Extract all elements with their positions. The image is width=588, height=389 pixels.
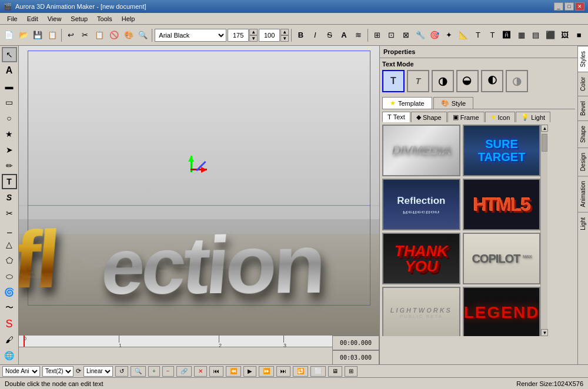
add-key-btn[interactable]: + <box>148 366 160 377</box>
style-thumb-thankyou[interactable]: THANKYOU <box>382 233 460 284</box>
side-tab-light[interactable]: Light <box>578 212 588 235</box>
canvas-3d[interactable]: fl ection fl ection <box>19 46 379 335</box>
obj-btn2[interactable]: ⊡ <box>385 28 398 42</box>
side-tab-bevel[interactable]: Bevel <box>578 96 588 120</box>
text-mode-btn-1[interactable]: T <box>382 70 405 92</box>
save-button[interactable]: 💾 <box>31 28 45 42</box>
rounded-rect-tool[interactable]: ▭ <box>2 95 17 110</box>
font-pct-down[interactable]: ▼ <box>280 35 289 42</box>
italic-button[interactable]: I <box>309 28 322 42</box>
obj-btn3[interactable]: ⊠ <box>399 28 413 42</box>
pencil-tool[interactable]: ✏ <box>2 158 17 173</box>
menu-edit[interactable]: Edit <box>22 14 43 24</box>
menu-setup[interactable]: Setup <box>66 14 92 24</box>
obj-btn6[interactable]: ✦ <box>443 28 456 42</box>
star-tool[interactable]: ★ <box>2 126 17 142</box>
tab-template[interactable]: ★ Template <box>382 97 432 109</box>
color-fill-tool[interactable]: S <box>2 316 17 331</box>
text-mode-btn-2[interactable]: T <box>407 70 429 92</box>
font-size-up[interactable]: ▲ <box>249 29 258 35</box>
bold-button[interactable]: B <box>294 28 308 42</box>
obj-btn11[interactable]: ▦ <box>514 28 528 42</box>
window-controls[interactable]: _ □ ✕ <box>554 2 584 11</box>
nav-tool[interactable]: 🌐 <box>2 348 17 363</box>
font-select[interactable]: Arial Black Arial Times New Roman <box>155 29 226 42</box>
font-size-down[interactable]: ▼ <box>249 35 258 42</box>
obj-btn10[interactable]: 🅰 <box>500 28 514 42</box>
warp-tool[interactable]: 〜 <box>2 300 17 316</box>
font-pct-up[interactable]: ▲ <box>280 29 289 35</box>
obj-btn4[interactable]: 🔧 <box>413 28 427 42</box>
strikethrough-button[interactable]: S <box>323 28 336 42</box>
path-tool[interactable]: ⎯ <box>2 221 17 236</box>
text-tool-2[interactable]: T <box>2 174 17 189</box>
canvas-area[interactable]: fl ection fl ection <box>19 46 379 364</box>
obj-btn1[interactable]: ⊞ <box>370 28 384 42</box>
scroll-up-button[interactable]: ▲ <box>541 125 548 132</box>
text-mode-btn-6[interactable]: ◑ <box>506 70 528 92</box>
text-tool[interactable]: A <box>2 63 17 78</box>
style-thumb-copilot[interactable]: COPILOT MAX <box>463 233 541 284</box>
text-mode-btn-4[interactable]: ◑ <box>456 70 479 92</box>
minimize-button[interactable]: _ <box>554 2 563 11</box>
sub-tab-light[interactable]: 💡 Light <box>516 112 550 122</box>
side-tab-design[interactable]: Design <box>578 147 588 176</box>
ellipse-tool[interactable]: ⬭ <box>2 269 17 284</box>
paint-tool[interactable]: 🖌 <box>2 332 17 347</box>
delete-button[interactable]: 🚫 <box>108 28 121 42</box>
scissors-tool[interactable]: ✂ <box>2 206 17 221</box>
timeline-bar[interactable] <box>19 347 379 364</box>
menu-view[interactable]: View <box>43 14 66 24</box>
link-btn[interactable]: 🔗 <box>176 366 192 377</box>
obj-btn13[interactable]: ⬛ <box>543 28 557 42</box>
open-button[interactable]: 📂 <box>17 28 31 42</box>
style-thumb-divmedia[interactable]: DIVMEDIA <box>382 125 460 176</box>
obj-btn12[interactable]: ▤ <box>529 28 543 42</box>
view-btn-1[interactable]: ⬜ <box>310 366 326 377</box>
view-btn-2[interactable]: 🖥 <box>328 366 342 377</box>
style-thumb-sure[interactable]: SURETARGET <box>463 125 541 176</box>
obj-btn9[interactable]: T <box>486 28 499 42</box>
cut-button[interactable]: ✂ <box>79 28 92 42</box>
circle-tool[interactable]: ○ <box>2 110 17 126</box>
text-select[interactable]: Text(2) <box>42 366 74 377</box>
close-button[interactable]: ✕ <box>575 2 584 11</box>
loop-btn[interactable]: 🔁 <box>293 366 308 377</box>
node-ani-select[interactable]: Node Ani <box>2 366 40 377</box>
search-btn[interactable]: 🔍 <box>131 366 146 377</box>
menu-tools[interactable]: Tools <box>92 14 117 24</box>
play-btn[interactable]: ▶ <box>243 366 256 377</box>
text-mode-btn-3[interactable]: ◑ <box>432 70 454 92</box>
sub-tab-text[interactable]: T Text <box>382 112 410 122</box>
style-scrollbar[interactable]: ▲ ▼ <box>540 125 547 336</box>
refresh-btn[interactable]: ↺ <box>115 366 128 377</box>
font-pct-input[interactable] <box>259 29 280 42</box>
text-options-button[interactable]: ≋ <box>352 28 365 42</box>
side-tab-animation[interactable]: Animation <box>578 176 588 212</box>
prev-frame-btn[interactable]: ⏪ <box>226 366 241 377</box>
style-thumb-reflection[interactable]: Reflection Reflection <box>382 179 460 230</box>
sub-tab-shape[interactable]: ◆ Shape <box>411 112 447 122</box>
zoom-button[interactable]: 🔍 <box>136 28 150 42</box>
undo-button[interactable]: ↩ <box>64 28 78 42</box>
rect-tool[interactable]: ▬ <box>2 79 17 94</box>
menu-help[interactable]: Help <box>117 14 140 24</box>
font-size-input[interactable] <box>228 29 249 42</box>
maximize-button[interactable]: □ <box>564 2 574 11</box>
side-tab-color[interactable]: Color <box>578 72 588 96</box>
obj-btn15[interactable]: ■ <box>572 28 586 42</box>
pentagon-tool[interactable]: ⬠ <box>2 253 17 268</box>
goto-start-btn[interactable]: ⏮ <box>209 366 223 377</box>
style-text-tool[interactable]: S <box>2 190 17 205</box>
triangle-tool[interactable]: △ <box>2 237 17 252</box>
arrow-tool[interactable]: ➤ <box>2 142 17 157</box>
text-mode-btn-5[interactable]: ◑ <box>481 70 503 92</box>
delete-key-btn[interactable]: ✕ <box>194 366 207 377</box>
scroll-down-button[interactable]: ▼ <box>541 329 548 336</box>
new-button[interactable]: 📄 <box>2 28 16 42</box>
copy-button[interactable]: 📋 <box>93 28 106 42</box>
save-as-button[interactable]: 📋 <box>46 28 59 42</box>
scroll-thumb[interactable] <box>542 134 547 152</box>
next-frame-btn[interactable]: ⏩ <box>259 366 274 377</box>
goto-end-btn[interactable]: ⏭ <box>276 366 290 377</box>
